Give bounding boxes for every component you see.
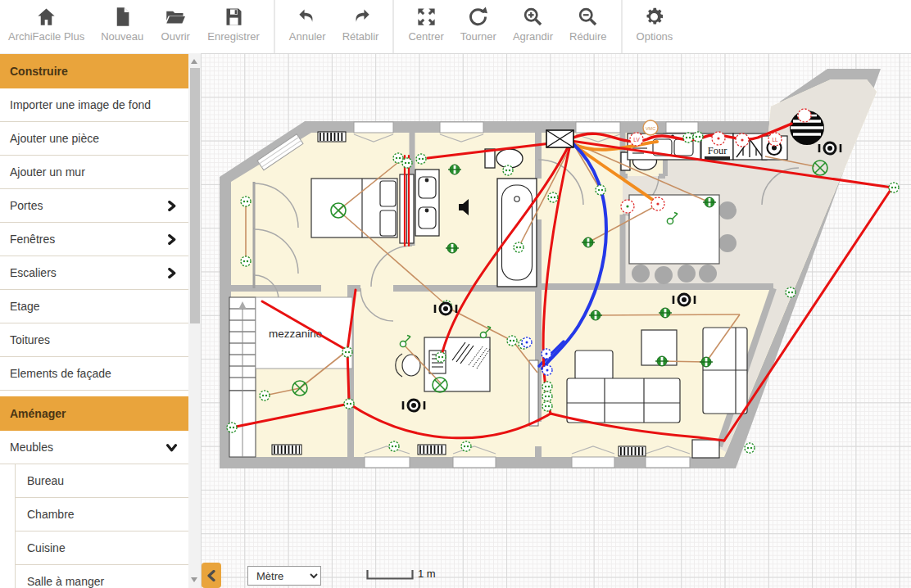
sidebar-submenu-meubles: Bureau Chambre Cuisine Salle à manger (15, 464, 188, 588)
scrollbar-thumb[interactable] (190, 68, 200, 323)
toilet[interactable] (485, 149, 523, 168)
open-label: Ouvrir (161, 30, 190, 43)
sidebar-header-construire[interactable]: Construire (0, 54, 188, 88)
chevron-left-icon (206, 570, 216, 581)
electrical-panel[interactable] (546, 130, 573, 147)
sidebar-item-label: Portes (10, 199, 43, 212)
scale-bar: 1 m (366, 568, 436, 581)
toolbar-separator (392, 0, 394, 53)
zoom-out-label: Réduire (569, 30, 607, 43)
sidebar-item-bureau[interactable]: Bureau (16, 464, 188, 498)
open-button[interactable]: Ouvrir (152, 0, 199, 53)
sidebar-item-label: Bureau (27, 474, 64, 487)
toolbar-separator (621, 0, 623, 53)
sidebar-item-label: Ajouter un mur (10, 165, 85, 179)
redo-label: Rétablir (342, 30, 379, 43)
sidebar-item-label: Ajouter une pièce (10, 132, 99, 145)
new-button[interactable]: Nouveau (93, 0, 152, 53)
home-icon (35, 6, 57, 28)
sidebar-item-label: Meubles (10, 441, 53, 454)
floor-plan-canvas[interactable]: mezzanine Four (201, 53, 911, 588)
sidebar-item-meubles[interactable]: Meubles (0, 431, 188, 464)
center-button[interactable]: Centrer (400, 0, 451, 53)
undo-icon (297, 6, 319, 28)
save-button[interactable]: Enregistrer (199, 0, 268, 53)
sidebar-item-cuisine[interactable]: Cuisine (16, 531, 188, 565)
wardrobe[interactable] (400, 174, 414, 243)
chevron-right-icon (166, 201, 177, 211)
chevron-right-icon (166, 234, 177, 245)
redo-button[interactable]: Rétablir (334, 0, 388, 53)
vmc-label: VMC (646, 126, 655, 131)
shelf[interactable] (529, 360, 538, 426)
sidebar-item-label: Importer une image de fond (10, 98, 151, 111)
chevron-right-icon (166, 268, 177, 278)
new-label: Nouveau (101, 30, 143, 43)
sidebar-item-label: Cuisine (27, 541, 66, 554)
bathtub[interactable] (497, 179, 537, 287)
sidebar-item-portes[interactable]: Portes (0, 189, 188, 223)
side-table[interactable] (692, 440, 719, 458)
sidebar-header-label: Construire (10, 65, 68, 78)
zoom-out-button[interactable]: Réduire (561, 0, 615, 53)
sidebar-item-label: Etage (10, 300, 40, 313)
save-icon (223, 6, 245, 28)
sidebar: Construire Importer une image de fond Aj… (0, 53, 188, 588)
sidebar-item-fenetres[interactable]: Fenêtres (0, 223, 188, 256)
home-label: ArchiFacile Plus (8, 30, 84, 43)
sidebar-gap (0, 391, 188, 396)
bed[interactable] (311, 179, 397, 237)
sidebar-scrollbar[interactable] (188, 53, 201, 588)
sidebar-item-ajouter-mur[interactable]: Ajouter un mur (0, 156, 188, 189)
sidebar-item-ajouter-piece[interactable]: Ajouter une pièce (0, 122, 188, 156)
rotate-icon (467, 6, 489, 28)
stairs[interactable] (229, 297, 256, 457)
zoom-out-icon (577, 6, 599, 28)
scroll-down-arrow[interactable] (191, 577, 197, 582)
center-icon (415, 6, 437, 28)
home-button[interactable]: ArchiFacile Plus (0, 0, 93, 53)
sidebar-header-amenager[interactable]: Aménager (0, 396, 188, 431)
zoom-in-label: Agrandir (513, 30, 553, 43)
oven-label: Four (708, 145, 727, 156)
sidebar-item-etage[interactable]: Etage (0, 290, 188, 323)
open-folder-icon (165, 6, 187, 28)
scale-bracket (366, 568, 414, 581)
unit-select[interactable]: Mètre (247, 566, 321, 586)
toolbar: ArchiFacile Plus Nouveau Ouvrir Enregist… (0, 0, 911, 53)
bathroom-vanity[interactable] (415, 170, 439, 236)
floor-plan-svg[interactable]: mezzanine Four (201, 53, 911, 588)
sidebar-item-label: Chambre (27, 508, 75, 521)
redo-icon (350, 6, 372, 28)
scroll-up-arrow[interactable] (191, 59, 197, 64)
undo-button[interactable]: Annuler (281, 0, 334, 53)
sidebar-item-salle-a-manger[interactable]: Salle à manger (16, 565, 188, 588)
zoom-in-button[interactable]: Agrandir (505, 0, 561, 53)
armchair[interactable] (575, 351, 613, 380)
washer-label: LL (772, 137, 778, 142)
sidebar-item-elements-facade[interactable]: Elements de façade (0, 357, 188, 391)
sidebar-collapse-button[interactable] (202, 563, 221, 588)
rotate-label: Tourner (460, 30, 496, 43)
dishwasher-label: LV (633, 137, 640, 142)
sofa[interactable] (567, 378, 680, 423)
options-button[interactable]: Options (628, 0, 682, 53)
undo-label: Annuler (289, 30, 326, 43)
scale-label: 1 m (418, 568, 436, 580)
chevron-down-icon (166, 442, 177, 453)
sidebar-header-label: Aménager (10, 407, 66, 420)
mezzanine-label: mezzanine (269, 328, 322, 340)
sidebar-item-label: Salle à manger (27, 575, 104, 588)
sidebar-item-escaliers[interactable]: Escaliers (0, 256, 188, 290)
sidebar-item-chambre[interactable]: Chambre (16, 498, 188, 531)
rotate-button[interactable]: Tourner (452, 0, 505, 53)
sidebar-item-toitures[interactable]: Toitures (0, 323, 188, 357)
sidebar-item-importer-image[interactable]: Importer une image de fond (0, 88, 188, 122)
gear-icon (643, 6, 665, 28)
sidebar-item-label: Escaliers (10, 266, 57, 279)
sidebar-item-label: Fenêtres (10, 233, 55, 246)
office-chair[interactable] (402, 355, 420, 376)
sidebar-item-label: Toitures (10, 333, 50, 346)
save-label: Enregistrer (207, 30, 260, 43)
center-label: Centrer (408, 30, 443, 43)
